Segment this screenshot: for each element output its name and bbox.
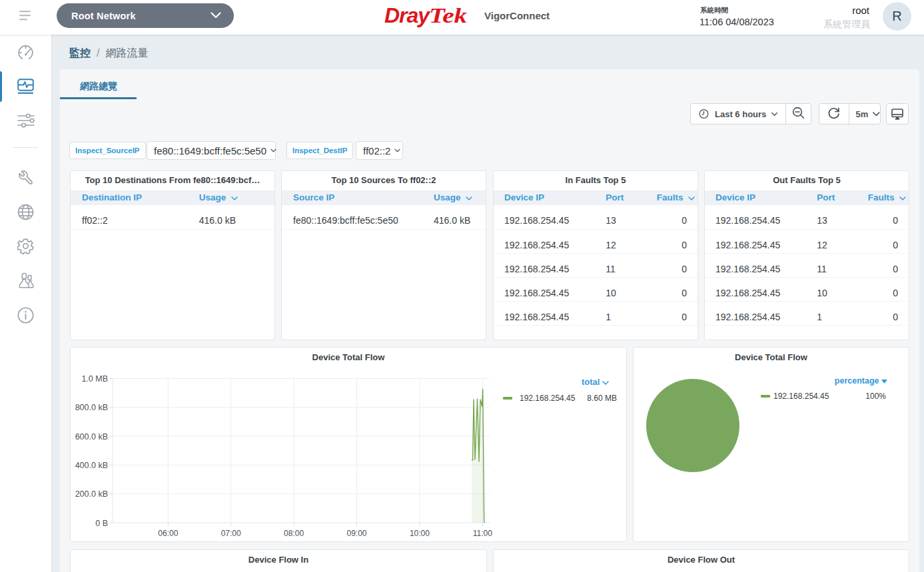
svg-text:400.0 kB: 400.0 kB [75,461,108,470]
svg-text:200.0 kB: 200.0 kB [75,489,108,499]
svg-text:10:00: 10:00 [410,529,430,538]
svg-text:1.0 MB: 1.0 MB [81,374,108,384]
svg-text:09:00: 09:00 [346,529,366,538]
svg-text:06:00: 06:00 [158,529,178,538]
svg-text:08:00: 08:00 [284,529,304,538]
svg-text:07:00: 07:00 [221,529,241,538]
svg-text:0 B: 0 B [95,519,108,528]
svg-text:11:00: 11:00 [473,529,492,538]
svg-text:800.0 kB: 800.0 kB [75,403,108,412]
svg-text:600.0 kB: 600.0 kB [75,432,108,441]
